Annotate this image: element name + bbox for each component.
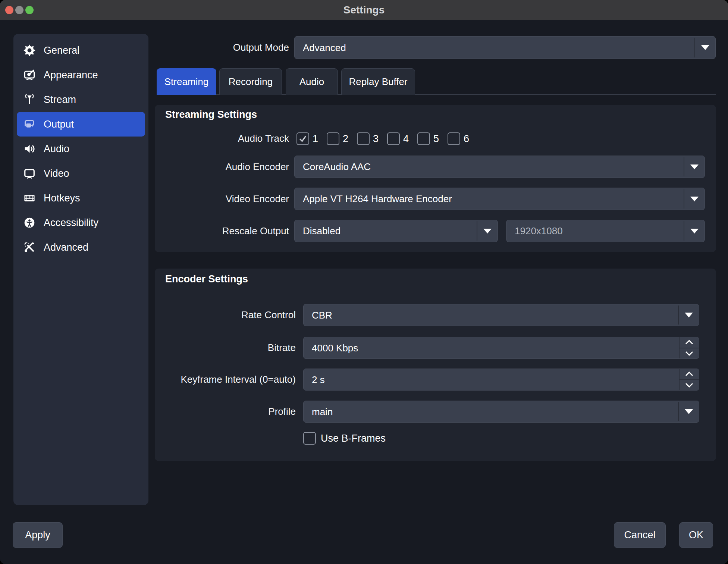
audio-encoder-label: Audio Encoder <box>129 161 289 173</box>
keyframe-interval-value: 2 s <box>312 374 325 385</box>
sidebar-item-label: Hotkeys <box>44 192 80 204</box>
streaming-settings-heading: Streaming Settings <box>165 109 257 120</box>
chevron-down-icon <box>483 229 492 234</box>
rescale-mode-value: Disabled <box>303 225 341 237</box>
profile-dropdown[interactable]: main <box>303 401 699 423</box>
tab-recording[interactable]: Recording <box>219 68 282 95</box>
tab-label: Audio <box>299 76 324 88</box>
tab-audio[interactable]: Audio <box>286 68 338 95</box>
output-mode-value: Advanced <box>303 42 346 53</box>
video-encoder-value: Apple VT H264 Hardware Encoder <box>303 193 452 205</box>
audio-track-2-label: 2 <box>343 133 348 145</box>
chevron-down-icon <box>701 45 709 50</box>
sidebar-item-general[interactable]: General <box>17 38 145 63</box>
audio-track-5-checkbox[interactable] <box>417 132 430 145</box>
cancel-button[interactable]: Cancel <box>614 522 666 548</box>
tab-label: Streaming <box>164 76 209 88</box>
use-b-frames-row[interactable]: Use B-Frames <box>303 432 386 445</box>
audio-track-6-checkbox[interactable] <box>448 132 460 145</box>
bitrate-label: Bitrate <box>135 342 296 354</box>
tab-streaming[interactable]: Streaming <box>157 68 216 95</box>
encoder-settings-heading: Encoder Settings <box>165 273 248 285</box>
profile-value: main <box>312 406 333 417</box>
audio-track-3[interactable]: 3 <box>357 132 379 145</box>
chevron-down-icon <box>685 409 693 414</box>
keyframe-increment-button[interactable] <box>680 369 699 380</box>
apply-button[interactable]: Apply <box>13 522 63 548</box>
bitrate-value: 4000 Kbps <box>312 342 358 354</box>
zoom-window-button[interactable] <box>25 6 34 14</box>
audio-track-2[interactable]: 2 <box>327 132 348 145</box>
tab-label: Recording <box>229 76 273 88</box>
keyframe-interval-label: Keyframe Interval (0=auto) <box>135 374 296 385</box>
rescale-mode-dropdown[interactable]: Disabled <box>294 220 498 242</box>
rescale-resolution-value: 1920x1080 <box>515 225 563 237</box>
keyframe-decrement-button[interactable] <box>680 380 699 391</box>
close-window-button[interactable] <box>5 6 13 14</box>
sidebar-item-label: Advanced <box>44 242 88 253</box>
sidebar-item-appearance[interactable]: Appearance <box>17 63 145 87</box>
chevron-down-icon <box>685 313 693 317</box>
encoder-settings-panel <box>155 269 716 461</box>
chevron-down-icon <box>690 164 699 169</box>
audio-track-1-checkbox[interactable] <box>296 132 309 145</box>
rescale-output-label: Rescale Output <box>129 225 289 237</box>
rescale-resolution-dropdown[interactable]: 1920x1080 <box>506 220 705 242</box>
display-edit-icon <box>23 69 35 81</box>
use-b-frames-label: Use B-Frames <box>321 433 386 444</box>
sidebar-item-label: Output <box>44 119 74 130</box>
sidebar-item-label: General <box>44 45 79 56</box>
sidebar-item-advanced[interactable]: Advanced <box>17 235 145 260</box>
audio-track-4-label: 4 <box>403 133 409 145</box>
audio-track-6-label: 6 <box>464 133 469 145</box>
audio-track-5[interactable]: 5 <box>417 132 439 145</box>
audio-track-label: Audio Track <box>129 133 289 144</box>
window-title: Settings <box>0 0 728 20</box>
antenna-icon <box>23 94 35 106</box>
rate-control-value: CBR <box>312 309 332 321</box>
output-mode-dropdown[interactable]: Advanced <box>294 36 716 59</box>
ok-button[interactable]: OK <box>679 522 713 548</box>
rate-control-dropdown[interactable]: CBR <box>303 304 699 326</box>
audio-encoder-value: CoreAudio AAC <box>303 161 371 173</box>
sidebar-item-hotkeys[interactable]: Hotkeys <box>17 186 145 210</box>
keyframe-interval-spinner[interactable]: 2 s <box>303 369 699 391</box>
sidebar-item-label: Appearance <box>44 69 98 81</box>
settings-window: Settings General <box>0 0 728 564</box>
audio-track-1-label: 1 <box>313 133 318 145</box>
audio-track-3-checkbox[interactable] <box>357 132 370 145</box>
chevron-down-icon <box>690 197 699 201</box>
sidebar-item-video[interactable]: Video <box>17 161 145 186</box>
bitrate-increment-button[interactable] <box>680 337 699 348</box>
tab-label: Replay Buffer <box>349 76 407 88</box>
settings-sidebar: General Appearance Stream <box>13 34 148 505</box>
rate-control-label: Rate Control <box>135 309 296 321</box>
audio-track-4[interactable]: 4 <box>387 132 409 145</box>
bitrate-decrement-button[interactable] <box>680 348 699 359</box>
audio-track-5-label: 5 <box>433 133 439 145</box>
audio-track-4-checkbox[interactable] <box>387 132 400 145</box>
sidebar-item-audio[interactable]: Audio <box>17 137 145 161</box>
use-b-frames-checkbox[interactable] <box>303 432 316 445</box>
sidebar-item-label: Video <box>44 168 69 179</box>
sidebar-item-label: Accessibility <box>44 217 98 229</box>
sidebar-item-output[interactable]: Output <box>17 112 145 137</box>
audio-track-2-checkbox[interactable] <box>327 132 339 145</box>
output-camera-icon <box>23 118 35 130</box>
chevron-down-icon <box>690 229 699 234</box>
keyboard-icon <box>23 192 35 204</box>
audio-track-3-label: 3 <box>373 133 379 145</box>
audio-track-1[interactable]: 1 <box>296 132 318 145</box>
video-encoder-dropdown[interactable]: Apple VT H264 Hardware Encoder <box>294 188 705 210</box>
sidebar-item-stream[interactable]: Stream <box>17 87 145 112</box>
titlebar: Settings <box>0 0 728 20</box>
sidebar-item-label: Audio <box>44 143 69 155</box>
audio-track-6[interactable]: 6 <box>448 132 469 145</box>
tab-replay-buffer[interactable]: Replay Buffer <box>341 68 415 95</box>
audio-encoder-dropdown[interactable]: CoreAudio AAC <box>294 156 705 178</box>
accessibility-icon <box>23 217 35 229</box>
tools-icon <box>23 241 35 253</box>
minimize-window-button[interactable] <box>15 6 23 14</box>
bitrate-spinner[interactable]: 4000 Kbps <box>303 337 699 359</box>
sidebar-item-accessibility[interactable]: Accessibility <box>17 210 145 235</box>
